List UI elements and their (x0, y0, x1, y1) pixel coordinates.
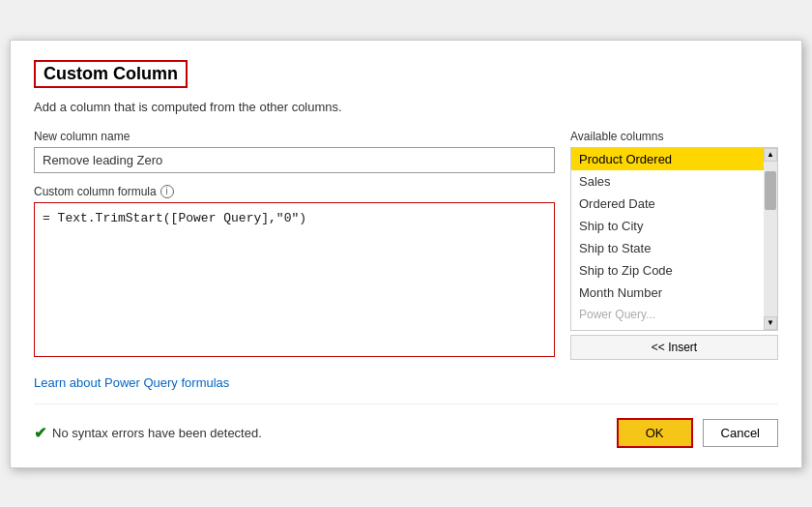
list-item[interactable]: Ship to City (571, 215, 764, 237)
list-item[interactable]: Power Query... (571, 304, 764, 325)
scroll-thumb[interactable] (765, 171, 776, 210)
scroll-down-arrow[interactable]: ▼ (764, 316, 777, 330)
list-item[interactable]: Ship to State (571, 237, 764, 259)
no-errors-text: No syntax errors have been detected. (52, 426, 262, 440)
list-item[interactable]: Ship to Zip Code (571, 259, 764, 282)
column-name-label: New column name (34, 130, 555, 143)
info-icon[interactable]: i (160, 185, 174, 198)
formula-label: Custom column formula (34, 185, 157, 198)
list-item[interactable]: Product Ordered (571, 148, 764, 170)
formula-textarea[interactable]: = Text.TrimStart([Power Query],"0") (34, 202, 555, 357)
column-name-input[interactable] (34, 147, 555, 173)
dialog-subtitle: Add a column that is computed from the o… (34, 100, 778, 114)
list-item[interactable]: Month Number (571, 282, 764, 304)
left-panel: New column name Custom column formula i … (34, 130, 555, 360)
no-errors-row: ✔ No syntax errors have been detected. (34, 424, 262, 442)
columns-list-wrapper: Product Ordered Sales Ordered Date Ship … (570, 147, 778, 331)
scroll-up-arrow[interactable]: ▲ (764, 148, 777, 162)
columns-list-items: Product Ordered Sales Ordered Date Ship … (571, 148, 764, 325)
custom-column-dialog: Custom Column Add a column that is compu… (10, 40, 802, 468)
content-area: New column name Custom column formula i … (34, 130, 778, 360)
insert-button[interactable]: << Insert (570, 335, 778, 360)
available-columns-label: Available columns (570, 130, 778, 143)
list-item[interactable]: Ordered Date (571, 193, 764, 215)
ok-button[interactable]: OK (617, 418, 693, 448)
list-item[interactable]: Sales (571, 170, 764, 193)
formula-label-row: Custom column formula i (34, 185, 555, 198)
check-icon: ✔ (34, 424, 46, 442)
footer: ✔ No syntax errors have been detected. O… (34, 403, 778, 448)
learn-link[interactable]: Learn about Power Query formulas (34, 375, 778, 390)
scroll-track (764, 162, 777, 316)
footer-buttons: OK Cancel (617, 418, 778, 448)
dialog-title: Custom Column (34, 60, 188, 88)
cancel-button[interactable]: Cancel (703, 419, 778, 447)
right-panel: Available columns Product Ordered Sales … (570, 130, 778, 360)
scrollbar[interactable]: ▲ ▼ (764, 148, 777, 330)
